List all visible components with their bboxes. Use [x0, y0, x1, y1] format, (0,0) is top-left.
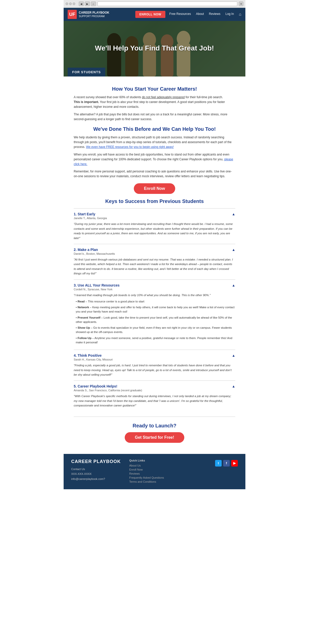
- footer-social: t f ▶: [215, 460, 238, 467]
- footer-link-reviews[interactable]: Reviews: [129, 472, 208, 475]
- bullet-label-followup: Follow Up: [78, 337, 91, 340]
- close-dot[interactable]: [66, 3, 68, 5]
- hero-title: We'll Help You Find That Great Job!: [64, 36, 245, 68]
- home-button[interactable]: ⌂: [91, 2, 96, 6]
- nav-home-icon[interactable]: ⌂: [239, 12, 241, 17]
- bullet-text-network: – Keep meeting people and offer to help …: [76, 306, 235, 313]
- footer-brand: CAREER PLAYBOOK Contact Us XXX-XXX-XXXX …: [71, 459, 122, 482]
- nav-about[interactable]: About: [196, 12, 204, 17]
- maximize-dot[interactable]: [73, 3, 75, 5]
- key-item-1: 1. Start Early Janelle T., Atlanta, Geor…: [74, 208, 235, 244]
- enroll-now-nav-button[interactable]: ENROLL NOW: [135, 11, 165, 18]
- key-quote-2: "At first I just went through various jo…: [74, 257, 235, 276]
- key-person-3: Cordell N., Syracuse, New York: [74, 288, 120, 291]
- new-tab-button[interactable]: +: [239, 2, 243, 6]
- key-quote-5: "With Career Playbook's specific methods…: [74, 394, 235, 408]
- logo-text: CAREER PLAYBOOK SUPPORT PROGRAM: [79, 11, 109, 18]
- expand-icon-3[interactable]: ▲: [232, 283, 235, 287]
- keys-heading: Keys to Success from Previous Students: [74, 198, 235, 204]
- key-title-4: 4. Think Positive: [74, 353, 113, 357]
- browser-chrome: ◀ ▶ ⌂ +: [64, 0, 245, 8]
- minimize-dot[interactable]: [69, 3, 72, 5]
- address-bar[interactable]: [97, 2, 237, 6]
- intro-para-5a: When you enroll, you will have access to…: [74, 153, 229, 161]
- hero-footer: FOR STUDENTS: [64, 68, 245, 76]
- footer-link-terms[interactable]: Terms and Conditions: [129, 480, 208, 483]
- main-content: How You Start Your Career Matters! A rec…: [64, 76, 245, 454]
- back-button[interactable]: ◀: [79, 2, 84, 6]
- logo-line2: SUPPORT PROGRAM: [79, 15, 109, 18]
- bullet-label-present: Present Yourself: [78, 316, 100, 319]
- footer-email[interactable]: info@careerplaybook.com?: [71, 477, 122, 482]
- intro-link-1[interactable]: We even have FREE resources for you to b…: [86, 145, 174, 149]
- facebook-icon[interactable]: f: [223, 460, 230, 467]
- enroll-now-button[interactable]: Enroll Now: [134, 183, 175, 194]
- bullet-label-read: Read: [78, 300, 85, 303]
- key-header-2: 2. Make a Plan Daniel b., Boston, Massac…: [74, 248, 235, 257]
- key-item-3: 3. Use ALL Your Resources Cordell N., Sy…: [74, 279, 235, 350]
- footer-links-heading: Quick Links: [129, 459, 208, 462]
- browser-dots: [66, 3, 75, 5]
- intro-para-4: We help students by giving them a proven…: [74, 135, 235, 150]
- key-person-1: Janelle T., Atlanta, Georgia: [74, 217, 107, 220]
- nav-login[interactable]: Log In: [225, 12, 234, 17]
- footer-logo: CAREER PLAYBOOK: [71, 459, 122, 464]
- footer-links-column: Quick Links About Us Enroll Now Reviews …: [129, 459, 208, 484]
- intro-para-1b: for their full-time job search.: [185, 95, 223, 99]
- intro-para-1: A recent survey showed that over 60% of …: [74, 95, 235, 110]
- key-header-4: 4. Think Positive Sarah H., Kansas City,…: [74, 353, 235, 363]
- section-heading-2: We've Done This Before and We Can Help Y…: [74, 126, 235, 132]
- logo-line1: CAREER PLAYBOOK: [79, 11, 109, 15]
- twitter-icon[interactable]: t: [215, 460, 222, 467]
- key-header-1: 1. Start Early Janelle T., Atlanta, Geor…: [74, 212, 235, 222]
- footer-contact: Contact Us XXX-XXX-XXXX info@careerplayb…: [71, 467, 122, 482]
- footer: CAREER PLAYBOOK Contact Us XXX-XXX-XXXX …: [64, 454, 245, 489]
- logo: UF CAREER PLAYBOOK SUPPORT PROGRAM: [68, 10, 109, 19]
- intro-para-1-underline: do not feel adequately prepared: [142, 95, 185, 99]
- key-item-5: 5. Career Playbook Helps! Amanda S., San…: [74, 380, 235, 411]
- bullet-text-showup: – Go to events that specialize in your f…: [76, 326, 232, 333]
- hero-section: We'll Help You Find That Great Job! FOR …: [64, 21, 245, 76]
- intro-para-3: The alternative? A job that pays the bil…: [74, 112, 235, 122]
- key-quote-1: "During my junior year, there was a lot …: [74, 222, 235, 240]
- key-person-5: Amanda S., San Francisco, California (re…: [74, 389, 142, 392]
- nav-reviews[interactable]: Reviews: [209, 12, 220, 17]
- expand-icon-2[interactable]: ▲: [232, 248, 235, 252]
- nav-free-resources[interactable]: Free Resources: [169, 12, 191, 17]
- footer-contact-label: Contact Us: [71, 467, 122, 472]
- bullet-showup: • Show Up – Go to events that specialize…: [76, 326, 235, 334]
- get-started-button[interactable]: Get Started for Free!: [125, 432, 184, 443]
- bullet-read: • Read – This resource center is a good …: [76, 299, 235, 304]
- top-navigation: UF CAREER PLAYBOOK SUPPORT PROGRAM ENROL…: [64, 8, 245, 21]
- key-quote-3: "I learned that reading through job boar…: [74, 293, 235, 297]
- cta-heading: Ready to Launch?: [74, 423, 235, 429]
- bullet-label-showup: Show Up: [78, 326, 90, 329]
- expand-icon-4[interactable]: ▲: [232, 353, 235, 357]
- key-title-5: 5. Career Playbook Helps!: [74, 384, 142, 388]
- key-title-3: 3. Use ALL Your Resources: [74, 283, 120, 287]
- bullet-list-3: • Read – This resource center is a good …: [76, 299, 235, 345]
- footer-link-enroll[interactable]: Enroll Now: [129, 468, 208, 471]
- footer-link-faq[interactable]: Frequently Asked Questions: [129, 476, 208, 479]
- key-quote-4: "Finding a job, especially a good job, i…: [74, 363, 235, 377]
- bullet-present: • Present Yourself – Look good, take the…: [76, 316, 235, 324]
- key-item-4: 4. Think Positive Sarah H., Kansas City,…: [74, 350, 235, 380]
- intro-para-5: When you enroll, you will have access to…: [74, 152, 235, 167]
- key-header-5: 5. Career Playbook Helps! Amanda S., San…: [74, 384, 235, 394]
- bullet-text-read: – This resource center is a good place t…: [85, 300, 144, 303]
- footer-link-about[interactable]: About Us: [129, 464, 208, 467]
- forward-button[interactable]: ▶: [85, 2, 90, 6]
- bullet-network: • Network – Keep meeting people and offe…: [76, 305, 235, 314]
- footer-inner: CAREER PLAYBOOK Contact Us XXX-XXX-XXXX …: [71, 459, 238, 484]
- key-header-3: 3. Use ALL Your Resources Cordell N., Sy…: [74, 283, 235, 293]
- expand-icon-1[interactable]: ▲: [232, 212, 235, 216]
- key-title-2: 2. Make a Plan: [74, 248, 115, 252]
- footer-phone: XXX-XXX-XXXX: [71, 472, 122, 477]
- bullet-followup: • Follow Up – Anytime you meet someone, …: [76, 336, 235, 345]
- expand-icon-5[interactable]: ▲: [232, 384, 235, 388]
- intro-para-6: Remember, for more personal support, add…: [74, 169, 235, 179]
- youtube-icon[interactable]: ▶: [231, 460, 238, 467]
- section-heading-1: How You Start Your Career Matters!: [74, 86, 235, 92]
- nav-links: Free Resources About Reviews Log In ⌂: [169, 12, 241, 17]
- cta-section: Ready to Launch? Get Started for Free!: [74, 417, 235, 449]
